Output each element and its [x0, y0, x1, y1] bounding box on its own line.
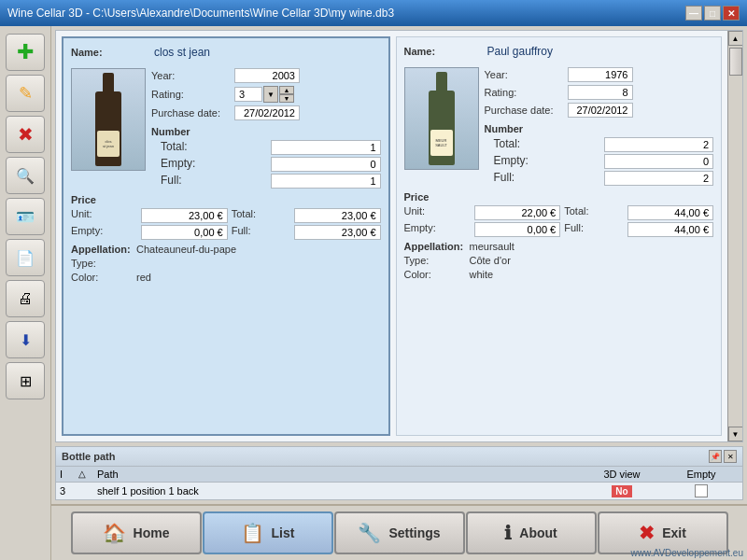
minimize-button[interactable]: —: [685, 6, 702, 21]
exit-icon: ✖: [639, 522, 655, 544]
path-empty-checkbox[interactable]: [695, 484, 708, 497]
rating-control-1[interactable]: 3 ▼ ▲ ▼: [234, 86, 294, 103]
path-table-row-1: 3 shelf 1 position 1 back No: [56, 483, 742, 499]
wine-card-1-header: Name: clos st jean: [71, 46, 381, 63]
price-grid-2: Unit: 22,00 € Total: 44,00 € Empty: 0,00…: [404, 205, 714, 237]
appellation-value-2: meursault: [470, 241, 514, 252]
delete-button[interactable]: ✖: [6, 116, 45, 153]
main-container: ✚ ✎ ✖ 🔍 🪪 📄 🖨 ⬇ ⊞ Name: clos st jean: [0, 26, 747, 560]
full-label-1: Full:: [161, 174, 267, 189]
wine-image-1: closst jean: [71, 68, 146, 171]
purchase-label-2: Purchase date:: [485, 105, 564, 116]
empty-price-label-1: Empty:: [71, 225, 137, 240]
rating-dropdown-arrow-1[interactable]: ▼: [263, 86, 278, 103]
color-row-2: Color: white: [404, 269, 714, 280]
type-value-2: Côte d'or: [470, 255, 511, 266]
empty-label-1: Empty:: [161, 157, 267, 172]
year-value-1: 2003: [234, 68, 300, 83]
add-button[interactable]: ✚: [6, 34, 45, 71]
full-price-value-2: 44,00 €: [627, 222, 713, 237]
bottle-path-title: Bottle path: [62, 451, 115, 462]
rating-value-1[interactable]: 3: [234, 87, 262, 102]
wine-card-2-info: Year: 1976 Rating: 8 Purchase date: 27/0…: [485, 67, 714, 186]
name-label-2: Name:: [404, 46, 484, 57]
path-close-button[interactable]: ✕: [724, 450, 737, 463]
scroll-up-arrow[interactable]: ▲: [728, 31, 743, 46]
exit-label: Exit: [662, 525, 686, 540]
about-button[interactable]: ℹ About: [466, 511, 597, 554]
settings-button[interactable]: 🔧 Settings: [334, 511, 465, 554]
list-icon: 📋: [241, 522, 264, 544]
unit-label-2: Unit:: [404, 205, 471, 220]
total-price-value-2: 44,00 €: [627, 205, 713, 220]
empty-price-value-2: 0,00 €: [474, 222, 560, 237]
unit-label-1: Unit:: [71, 208, 137, 223]
scroll-down-arrow[interactable]: ▼: [728, 427, 743, 441]
unit-value-1: 23,00 €: [141, 208, 227, 223]
appellation-row-2: Appellation: meursault: [404, 241, 714, 252]
about-label: About: [519, 525, 557, 540]
home-button[interactable]: 🏠 Home: [71, 511, 202, 554]
col-3dview: 3D view: [580, 469, 664, 480]
empty-price-value-1: 0,00 €: [141, 225, 227, 240]
purchase-label-1: Purchase date:: [151, 107, 231, 119]
total-price-label-2: Total:: [564, 205, 624, 220]
home-label: Home: [134, 525, 170, 540]
bottle-path-section: Bottle path 📌 ✕ I △ Path 3D view Empty 3…: [55, 446, 743, 500]
document-button[interactable]: 📄: [6, 239, 45, 276]
type-label-1: Type:: [71, 258, 136, 269]
search-button[interactable]: 🔍: [6, 157, 45, 194]
appellation-row-1: Appellation: Chateauneuf-du-pape: [71, 244, 381, 255]
wine-card-1[interactable]: Name: clos st jean closst jean: [62, 36, 390, 436]
number-section-1: Number: [151, 126, 381, 137]
rating-value-2: 8: [568, 85, 633, 100]
bottom-nav: 🏠 Home 📋 List 🔧 Settings ℹ About ✖ Exit …: [51, 504, 747, 560]
appellation-value-1: Chateauneuf-du-pape: [136, 244, 236, 255]
wine-card-2[interactable]: Name: Paul gauffroy MEURSAULT: [396, 36, 723, 436]
color-label-2: Color:: [404, 269, 470, 280]
edit-button[interactable]: ✎: [6, 75, 45, 112]
print-button[interactable]: 🖨: [6, 280, 45, 317]
path-3dview-badge: No: [612, 485, 631, 497]
year-label-1: Year:: [151, 70, 231, 81]
color-value-2: white: [470, 269, 494, 280]
color-value-1: red: [136, 272, 151, 283]
total-value-2: 2: [604, 137, 713, 152]
title-bar: Wine Cellar 3D - C:\Users\Alexandre\Docu…: [0, 0, 747, 26]
full-price-label-2: Full:: [564, 222, 624, 237]
empty-price-label-2: Empty:: [404, 222, 471, 237]
total-label-2: Total:: [494, 137, 600, 152]
wine-cards-container: Name: clos st jean closst jean: [56, 31, 727, 441]
total-price-label-1: Total:: [232, 208, 291, 223]
bottle-path-controls: 📌 ✕: [709, 450, 737, 463]
maximize-button[interactable]: □: [704, 6, 721, 21]
full-value-1: 1: [271, 174, 380, 189]
col-path: Path: [97, 469, 580, 480]
rating-row-2: Rating: 8: [485, 85, 714, 100]
purchase-row-1: Purchase date: 27/02/2012: [151, 105, 381, 120]
watermark: www.AVDeveloppement.eu: [631, 548, 743, 558]
price-grid-1: Unit: 23,00 € Total: 23,00 € Empty: 0,00…: [71, 208, 381, 240]
rating-down-1[interactable]: ▼: [279, 94, 294, 103]
type-row-1: Type:: [71, 258, 381, 269]
price-section-2: Price: [404, 191, 714, 203]
list-button[interactable]: 📋 List: [203, 511, 333, 554]
scroll-thumb[interactable]: [729, 48, 742, 76]
settings-label: Settings: [388, 525, 440, 540]
path-pin-button[interactable]: 📌: [709, 450, 722, 463]
rating-up-1[interactable]: ▲: [279, 86, 294, 94]
rating-spinner-1: ▲ ▼: [279, 86, 294, 103]
full-value-2: 2: [604, 171, 713, 186]
color-label-1: Color:: [71, 272, 136, 283]
wine-card-1-info: Year: 2003 Rating: 3 ▼ ▲ ▼: [151, 68, 381, 189]
sidebar: ✚ ✎ ✖ 🔍 🪪 📄 🖨 ⬇ ⊞: [0, 26, 51, 560]
wine-card-2-header: Name: Paul gauffroy: [404, 45, 714, 62]
appellation-label-1: Appellation:: [71, 244, 136, 255]
empty-value-2: 0: [604, 154, 713, 169]
close-button[interactable]: ✕: [723, 6, 740, 21]
empty-label-2: Empty:: [494, 154, 600, 169]
card-button[interactable]: 🪪: [6, 198, 45, 235]
download-button[interactable]: ⬇: [6, 321, 45, 358]
grid-button[interactable]: ⊞: [6, 362, 45, 399]
home-icon: 🏠: [103, 522, 126, 544]
